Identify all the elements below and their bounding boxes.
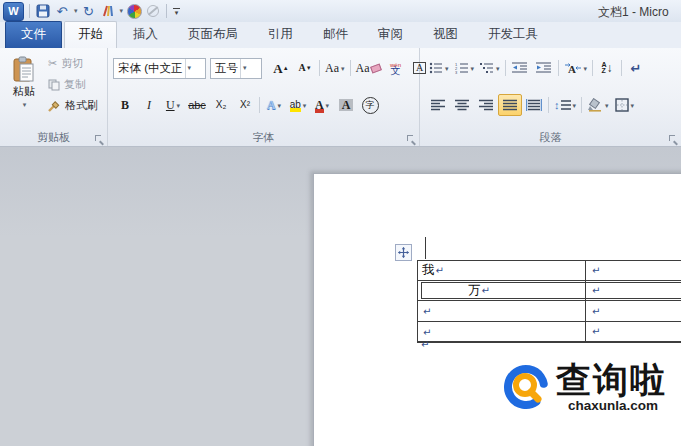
clear-formatting-button[interactable]: Aa xyxy=(353,57,384,79)
customize-qat-icon[interactable]: ▾ xyxy=(173,8,180,14)
copy-label: 复制 xyxy=(64,77,86,92)
line-spacing-arrow-glyph: ↕ xyxy=(554,100,560,111)
character-shading-button[interactable]: A xyxy=(334,94,358,116)
justify-icon xyxy=(503,99,517,111)
pens-dropdown-icon[interactable]: ▾ xyxy=(120,7,124,15)
bold-button[interactable]: B xyxy=(113,94,137,116)
multilevel-list-button[interactable]: ▾ xyxy=(477,57,503,79)
table-row[interactable]: 万↵ ↵ xyxy=(418,281,681,301)
font-name-dropdown-icon[interactable]: ▾ xyxy=(185,59,192,78)
font-dialog-launcher[interactable] xyxy=(407,135,416,144)
font-color-dropdown-icon[interactable]: ▾ xyxy=(326,102,330,109)
superscript-button[interactable]: X² xyxy=(233,94,257,116)
document-title: 文档1 - Micro xyxy=(598,4,669,21)
underline-button[interactable]: U▾ xyxy=(161,94,185,116)
sort-button[interactable]: AZ ↓ xyxy=(595,57,619,79)
undo-dropdown-icon[interactable]: ▾ xyxy=(74,7,78,15)
decrease-indent-button[interactable] xyxy=(508,57,532,79)
tab-insert[interactable]: 插入 xyxy=(119,21,172,48)
grow-font-button[interactable]: A▲ xyxy=(269,57,293,79)
borders-button[interactable]: ▾ xyxy=(612,94,638,116)
table-row[interactable]: ↵ ↵ xyxy=(418,301,681,322)
tab-review[interactable]: 审阅 xyxy=(364,21,417,48)
save-icon[interactable] xyxy=(35,2,51,20)
paste-icon xyxy=(11,56,37,84)
distributed-button[interactable] xyxy=(522,94,546,116)
enclose-characters-glyph: 字 xyxy=(362,97,379,114)
table-cell[interactable]: ↵ xyxy=(418,304,431,318)
highlight-dropdown-icon[interactable]: ▾ xyxy=(303,102,307,109)
multilevel-list-icon xyxy=(480,62,494,74)
subscript-button[interactable]: X₂ xyxy=(209,94,233,116)
word-app-icon[interactable]: W xyxy=(3,2,24,21)
cell-text: 万 xyxy=(468,283,481,297)
align-center-button[interactable] xyxy=(450,94,474,116)
table-cell[interactable]: 万↵ xyxy=(418,282,490,299)
strikethrough-button[interactable]: abc xyxy=(185,94,209,116)
shrink-font-button[interactable]: A▼ xyxy=(293,57,317,79)
group-font: 宋体 (中文正 ▾ 五号 ▾ A▲ A▼ Aa▾ Aa wén文 A B I U… xyxy=(108,48,420,146)
italic-button[interactable]: I xyxy=(137,94,161,116)
document-workspace: 我↵ ↵ 万↵ ↵ ↵ ↵ ↵ ↵ ↵ xyxy=(0,147,681,446)
change-case-button[interactable]: Aa▾ xyxy=(322,57,348,79)
paragraph-mark-icon: ↵ xyxy=(592,285,600,296)
asian-layout-button[interactable]: A ▾ xyxy=(561,57,591,79)
paste-button[interactable]: 粘贴 ▾ xyxy=(5,56,43,109)
increase-indent-button[interactable] xyxy=(532,57,556,79)
undo-icon[interactable]: ↶ xyxy=(54,2,70,20)
line-spacing-button[interactable]: ↕ ▾ xyxy=(551,94,579,116)
bullets-button[interactable]: ▾ xyxy=(426,57,452,79)
show-hide-marks-button[interactable]: ↵ xyxy=(624,57,648,79)
font-name-combobox[interactable]: 宋体 (中文正 ▾ xyxy=(113,58,206,79)
redo-icon[interactable]: ↻ xyxy=(81,2,97,20)
text-effects-button[interactable]: A▾ xyxy=(262,94,286,116)
align-right-button[interactable] xyxy=(474,94,498,116)
font-color-button[interactable]: A▾ xyxy=(310,94,334,116)
table-cell[interactable]: ↵ xyxy=(418,325,431,339)
paragraph-dialog-launcher[interactable] xyxy=(669,135,678,144)
tab-developer[interactable]: 开发工具 xyxy=(474,21,552,48)
tab-view[interactable]: 视图 xyxy=(419,21,472,48)
asian-layout-dropdown-icon[interactable]: ▾ xyxy=(584,65,588,72)
font-size-dropdown-icon[interactable]: ▾ xyxy=(240,59,247,78)
numbering-button[interactable]: 123 ▾ xyxy=(452,57,478,79)
phonetic-guide-button[interactable]: wén文 xyxy=(384,57,408,79)
paste-dropdown-icon[interactable]: ▾ xyxy=(6,101,43,109)
table-cell[interactable]: 我↵ xyxy=(418,262,444,279)
table-row[interactable]: ↵ ↵ xyxy=(418,322,681,342)
group-paragraph: ▾ 123 ▾ ▾ A ▾ AZ ↓ ↵ xyxy=(420,48,681,146)
tab-references[interactable]: 引用 xyxy=(254,21,307,48)
color-wheel-icon[interactable] xyxy=(126,2,142,20)
shading-dropdown-icon[interactable]: ▾ xyxy=(605,102,609,109)
bullets-dropdown-icon[interactable]: ▾ xyxy=(445,65,449,72)
table-move-handle[interactable] xyxy=(395,244,412,261)
copy-button[interactable]: 复制 xyxy=(48,76,98,93)
clipboard-dialog-launcher[interactable] xyxy=(95,135,104,144)
text-highlight-button[interactable]: ab▾ xyxy=(286,94,310,116)
text-effects-dropdown-icon[interactable]: ▾ xyxy=(278,102,282,109)
pens-icon[interactable] xyxy=(100,2,116,20)
paragraph-mark-icon: ↵ xyxy=(482,285,490,296)
tab-file[interactable]: 文件 xyxy=(5,21,62,48)
cut-button[interactable]: ✂ 剪切 xyxy=(48,55,98,72)
tab-home[interactable]: 开始 xyxy=(64,21,117,48)
tab-mailings[interactable]: 邮件 xyxy=(309,21,362,48)
enclose-characters-button[interactable]: 字 xyxy=(358,94,382,116)
line-spacing-dropdown-icon[interactable]: ▾ xyxy=(573,102,577,109)
borders-dropdown-icon[interactable]: ▾ xyxy=(631,102,635,109)
grow-font-glyph: A xyxy=(273,62,282,75)
shading-bucket-icon xyxy=(587,98,603,112)
justify-button[interactable] xyxy=(498,94,522,116)
underline-dropdown-icon[interactable]: ▾ xyxy=(177,102,181,109)
font-size-combobox[interactable]: 五号 ▾ xyxy=(210,58,262,79)
multilevel-list-dropdown-icon[interactable]: ▾ xyxy=(496,65,500,72)
shading-button[interactable]: ▾ xyxy=(584,94,612,116)
table-row[interactable]: 我↵ ↵ xyxy=(418,261,681,281)
document-page[interactable]: 我↵ ↵ 万↵ ↵ ↵ ↵ ↵ ↵ ↵ xyxy=(313,173,681,446)
table-column-divider[interactable] xyxy=(585,261,586,342)
align-left-button[interactable] xyxy=(426,94,450,116)
document-table: 我↵ ↵ 万↵ ↵ ↵ ↵ ↵ ↵ xyxy=(417,260,681,343)
numbering-dropdown-icon[interactable]: ▾ xyxy=(471,65,475,72)
tab-page-layout[interactable]: 页面布局 xyxy=(174,21,252,48)
format-painter-button[interactable]: 格式刷 xyxy=(48,97,98,114)
